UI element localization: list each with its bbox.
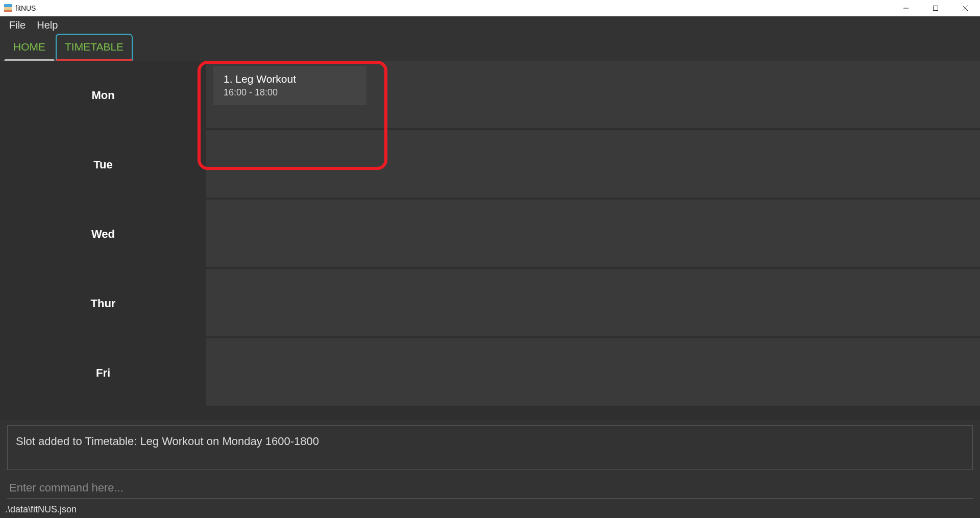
slot-row-fri <box>206 338 980 408</box>
status-message: Slot added to Timetable: Leg Workout on … <box>16 435 319 448</box>
slot-row-thur <box>206 269 980 338</box>
day-label-thur: Thur <box>91 297 116 310</box>
maximize-button[interactable] <box>921 0 950 16</box>
slot-row-tue <box>206 130 980 200</box>
tab-timetable[interactable]: TIMETABLE <box>56 34 133 61</box>
slot-row-mon: 1. Leg Workout 16:00 - 18:00 <box>206 61 980 130</box>
timetable-view: Mon Tue Wed Thur Fri 1. Leg Wor <box>0 61 980 420</box>
slots-column: 1. Leg Workout 16:00 - 18:00 <box>206 61 980 420</box>
main-content: Mon Tue Wed Thur Fri 1. Leg Wor <box>0 61 980 420</box>
window-titlebar: fitNUS <box>0 0 980 16</box>
day-row-wed: Wed <box>0 200 206 269</box>
titlebar-left: fitNUS <box>4 4 36 12</box>
window-title: fitNUS <box>15 4 36 12</box>
day-label-mon: Mon <box>91 89 114 102</box>
menubar: File Help <box>0 16 980 34</box>
day-label-fri: Fri <box>96 366 110 380</box>
tab-home[interactable]: HOME <box>4 34 55 61</box>
event-time: 16:00 - 18:00 <box>224 87 356 98</box>
command-input-wrap <box>0 473 980 502</box>
menu-help[interactable]: Help <box>37 19 58 31</box>
minimize-button[interactable] <box>891 0 921 16</box>
day-row-tue: Tue <box>0 130 206 200</box>
app-icon <box>4 4 12 12</box>
close-button[interactable] <box>950 0 980 16</box>
app-body: File Help HOME TIMETABLE Mon Tue Wed Thu… <box>0 16 980 518</box>
slot-row-wed <box>206 200 980 269</box>
event-card[interactable]: 1. Leg Workout 16:00 - 18:00 <box>213 66 366 105</box>
day-row-thur: Thur <box>0 269 206 338</box>
footer-path: .\data\fitNUS.json <box>0 502 980 518</box>
command-input[interactable] <box>7 477 973 499</box>
day-label-tue: Tue <box>93 158 112 171</box>
day-row-fri: Fri <box>0 338 206 408</box>
day-label-wed: Wed <box>91 228 115 241</box>
menu-file[interactable]: File <box>9 19 26 31</box>
day-column: Mon Tue Wed Thur Fri <box>0 61 206 420</box>
svg-rect-1 <box>934 6 938 11</box>
window-controls <box>891 0 980 16</box>
event-title: 1. Leg Workout <box>224 73 356 85</box>
tabs: HOME TIMETABLE <box>0 34 980 61</box>
day-row-mon: Mon <box>0 61 206 130</box>
status-message-box: Slot added to Timetable: Leg Workout on … <box>7 425 973 470</box>
